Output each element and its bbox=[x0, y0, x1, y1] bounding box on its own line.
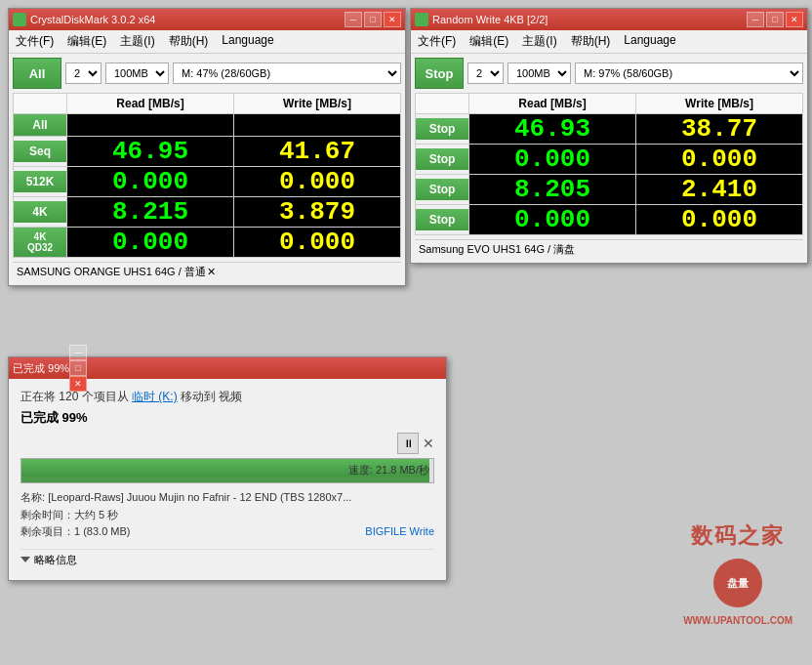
copy-controls-row: ⏸ ✕ bbox=[20, 433, 434, 454]
cdm1-runs-select[interactable]: 2 bbox=[65, 62, 102, 84]
cdm2-footer-text: Samsung EVO UHS1 64G / 满盘 bbox=[419, 242, 799, 257]
cdm2-row2-read: 0.000 bbox=[469, 145, 636, 175]
copy-source-prefix: 正在将 120 个项目从 bbox=[20, 390, 132, 403]
cdm2-col-write: Write [MB/s] bbox=[636, 94, 803, 114]
cdm1-footer-close-icon[interactable]: ✕ bbox=[207, 266, 397, 278]
cdm1-row0-read bbox=[67, 114, 234, 137]
cdm2-menu-language[interactable]: Language bbox=[621, 32, 678, 51]
cdm1-row0-label: All bbox=[14, 114, 66, 136]
cdm1-controls: All 2 100MB M: 47% (28/60GB) bbox=[13, 58, 401, 89]
cdm1-row4-read: 0.000 bbox=[67, 228, 234, 258]
copy-source-link[interactable]: 临时 (K:) bbox=[132, 390, 178, 403]
cdm2-menu-edit[interactable]: 编辑(E) bbox=[467, 32, 511, 51]
cdm2-row1-stop-button[interactable]: Stop bbox=[416, 118, 468, 140]
table-row: Stop 0.000 0.000 bbox=[416, 145, 803, 175]
cdm2-title: Random Write 4KB [2/2] bbox=[432, 14, 747, 25]
copy-title-bar: 已完成 99% ─ □ ✕ bbox=[9, 357, 446, 379]
cdm1-win-controls: ─ □ ✕ bbox=[345, 12, 401, 27]
copy-summary-label: 略略信息 bbox=[34, 553, 77, 567]
watermark-logo-text: 盘量 bbox=[727, 576, 749, 591]
cdm2-row1-write: 38.77 bbox=[636, 114, 803, 145]
copy-filename: [Leopard-Raws] Juuou Mujin no Fafnir - 1… bbox=[48, 491, 351, 503]
cdm1-col-write: Write [MB/s] bbox=[234, 94, 401, 114]
cdm2-maximize-button[interactable]: □ bbox=[766, 12, 784, 27]
table-row: Stop 46.93 38.77 bbox=[416, 114, 803, 145]
table-row: Stop 8.205 2.410 bbox=[416, 175, 803, 205]
copy-speed-text: 速度: 21.8 MB/秒 bbox=[348, 463, 429, 478]
copy-win-controls: ─ □ ✕ bbox=[69, 345, 87, 392]
cdm2-row3-stop-button[interactable]: Stop bbox=[416, 179, 468, 200]
table-row: 512K 0.000 0.000 bbox=[14, 167, 401, 197]
cdm1-icon bbox=[13, 13, 26, 26]
table-row: Seq 46.95 41.67 bbox=[14, 137, 401, 167]
cdm2-icon bbox=[415, 13, 428, 26]
watermark-url: WWW.UPANTOOL.COM bbox=[683, 615, 792, 626]
cdm2-table: Read [MB/s] Write [MB/s] Stop 46.93 38.7… bbox=[415, 93, 803, 235]
copy-pause-button[interactable]: ⏸ bbox=[397, 433, 419, 454]
cdm2-footer: Samsung EVO UHS1 64G / 满盘 bbox=[415, 239, 803, 259]
copy-filename-line: 名称: [Leopard-Raws] Juuou Mujin no Fafnir… bbox=[20, 489, 434, 507]
cdm1-menu-edit[interactable]: 编辑(E) bbox=[64, 32, 109, 51]
cdm1-close-button[interactable]: ✕ bbox=[384, 12, 401, 27]
cdm1-row4-label: 4KQD32 bbox=[14, 228, 66, 257]
cdm2-close-button[interactable]: ✕ bbox=[786, 12, 803, 27]
cdm1-menu-help[interactable]: 帮助(H) bbox=[166, 32, 212, 51]
copy-source-line: 正在将 120 个项目从 临时 (K:) 移动到 视频 bbox=[20, 389, 434, 405]
cdm2-menu-help[interactable]: 帮助(H) bbox=[568, 32, 614, 51]
cdm2-menu-theme[interactable]: 主题(I) bbox=[519, 32, 559, 51]
cdm2-size-select[interactable]: 100MB bbox=[508, 62, 571, 84]
copy-filename-label: 名称: bbox=[20, 491, 48, 503]
cdm1-row1-read: 46.95 bbox=[67, 137, 234, 167]
cdm2-minimize-button[interactable]: ─ bbox=[747, 12, 764, 27]
table-row: Stop 0.000 0.000 bbox=[416, 205, 803, 235]
copy-time-remain: 剩余时间：大约 5 秒 bbox=[20, 507, 434, 524]
copy-bigfile-write: BIGFILE Write bbox=[365, 523, 434, 541]
cdm2-row3-write: 2.410 bbox=[636, 175, 803, 205]
cdm1-menu-theme[interactable]: 主题(I) bbox=[117, 32, 157, 51]
cdm2-row4-stop-button[interactable]: Stop bbox=[416, 209, 468, 230]
cdm2-row2-stop-button[interactable]: Stop bbox=[416, 148, 468, 170]
copy-minimize-button[interactable]: ─ bbox=[69, 345, 87, 360]
copy-maximize-button[interactable]: □ bbox=[69, 360, 87, 376]
copy-summary-toggle[interactable]: 略略信息 bbox=[20, 549, 434, 570]
cdm1-menu-file[interactable]: 文件(F) bbox=[13, 32, 57, 51]
cdm1-row1-label: Seq bbox=[14, 141, 66, 162]
watermark-logo: 盘量 bbox=[713, 559, 762, 607]
cdm1-col-label bbox=[14, 94, 67, 114]
cdm1-row2-label: 512K bbox=[14, 171, 66, 192]
cdm2-stop-button[interactable]: Stop bbox=[415, 58, 464, 89]
copy-body: 正在将 120 个项目从 临时 (K:) 移动到 视频 已完成 99% ⏸ ✕ … bbox=[9, 379, 446, 580]
cdm1-row3-read: 8.215 bbox=[67, 197, 234, 228]
copy-title: 已完成 99% bbox=[13, 361, 69, 376]
cdm1-row2-write: 0.000 bbox=[234, 167, 401, 197]
copy-dismiss-button[interactable]: ✕ bbox=[423, 436, 434, 451]
cdm2-runs-select[interactable]: 2 bbox=[467, 62, 504, 84]
cdm1-col-read: Read [MB/s] bbox=[67, 94, 234, 114]
cdm2-menu-file[interactable]: 文件(F) bbox=[415, 32, 459, 51]
cdm1-menu-language[interactable]: Language bbox=[219, 32, 276, 51]
copy-window: 已完成 99% ─ □ ✕ 正在将 120 个项目从 临时 (K:) 移动到 视… bbox=[8, 356, 447, 581]
cdm1-menu-bar: 文件(F) 编辑(E) 主题(I) 帮助(H) Language bbox=[9, 30, 405, 54]
cdm-window-1: CrystalDiskMark 3.0.2 x64 ─ □ ✕ 文件(F) 编辑… bbox=[8, 8, 406, 286]
cdm-window-2: Random Write 4KB [2/2] ─ □ ✕ 文件(F) 编辑(E)… bbox=[410, 8, 808, 264]
copy-source-suffix: 移动到 视频 bbox=[178, 390, 243, 403]
copy-summary-arrow-icon bbox=[20, 557, 30, 562]
cdm1-size-select[interactable]: 100MB bbox=[105, 62, 169, 84]
cdm1-maximize-button[interactable]: □ bbox=[364, 12, 382, 27]
cdm2-drive-select[interactable]: M: 97% (58/60GB) bbox=[575, 62, 803, 84]
cdm2-title-bar: Random Write 4KB [2/2] ─ □ ✕ bbox=[411, 9, 807, 30]
copy-progress-bar-container: 速度: 21.8 MB/秒 bbox=[20, 458, 434, 483]
cdm1-footer: SAMSUNG ORANGE UHS1 64G / 普通 ✕ bbox=[13, 262, 401, 281]
cdm1-all-button[interactable]: All bbox=[13, 58, 61, 89]
cdm2-row4-write: 0.000 bbox=[636, 205, 803, 235]
cdm1-row3-label: 4K bbox=[14, 201, 66, 223]
cdm2-col-read: Read [MB/s] bbox=[469, 94, 636, 114]
table-row: 4KQD32 0.000 0.000 bbox=[14, 228, 401, 258]
copy-items-remain-row: 剩余项目：1 (83.0 MB) BIGFILE Write bbox=[20, 523, 434, 541]
watermark-text1: 数码之家 bbox=[683, 521, 792, 551]
cdm1-row4-write: 0.000 bbox=[234, 228, 401, 258]
cdm1-drive-select[interactable]: M: 47% (28/60GB) bbox=[173, 62, 401, 84]
copy-progress-label: 已完成 99% bbox=[20, 409, 434, 427]
cdm2-menu-bar: 文件(F) 编辑(E) 主题(I) 帮助(H) Language bbox=[411, 30, 807, 54]
cdm1-minimize-button[interactable]: ─ bbox=[345, 12, 362, 27]
